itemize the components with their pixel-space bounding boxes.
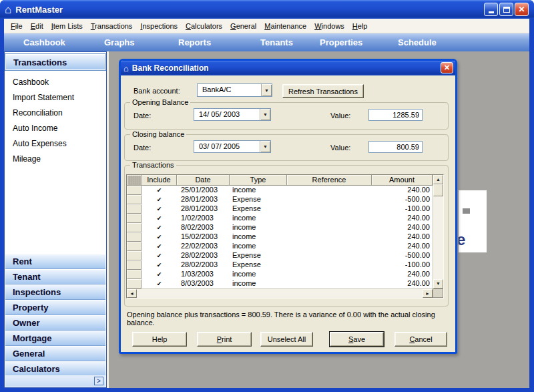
sidebar-section-rent[interactable]: Rent bbox=[5, 254, 105, 269]
table-row[interactable]: ✔28/02/2003Expense-100.00 bbox=[127, 260, 433, 270]
sidebar-item-import-statement[interactable]: Import Statement bbox=[5, 90, 105, 106]
menu-item-help[interactable]: Help bbox=[348, 22, 372, 30]
column-header-include[interactable]: Include bbox=[142, 175, 177, 186]
sidebar-section-tenant[interactable]: Tenant bbox=[5, 269, 105, 284]
vertical-scrollbar-track[interactable] bbox=[433, 196, 443, 279]
menu-item-file[interactable]: File bbox=[7, 22, 27, 30]
table-row[interactable]: ✔28/01/2003Expense-500.00 bbox=[127, 195, 433, 204]
sidebar-section-mortgage[interactable]: Mortgage bbox=[5, 331, 105, 346]
include-checkbox check-icon[interactable]: ✔ bbox=[142, 204, 177, 214]
row-selector[interactable] bbox=[127, 223, 142, 232]
row-selector[interactable] bbox=[127, 270, 142, 279]
horizontal-scrollbar-track[interactable] bbox=[137, 289, 423, 298]
titlebar[interactable]: ⌂ RentMaster ✕ bbox=[0, 0, 534, 19]
scroll-left-icon[interactable]: ◄ bbox=[127, 289, 137, 298]
include-checkbox check-icon[interactable]: ✔ bbox=[142, 195, 177, 204]
column-header-type[interactable]: Type bbox=[230, 175, 287, 186]
sidebar-section-general[interactable]: General bbox=[5, 346, 105, 361]
row-selector[interactable] bbox=[127, 204, 142, 214]
sidebar-item-mileage[interactable]: Mileage bbox=[5, 152, 105, 167]
sidebar-section-owner[interactable]: Owner bbox=[5, 315, 105, 331]
table-row[interactable]: ✔28/01/2003Expense-100.00 bbox=[127, 204, 433, 214]
include-checkbox check-icon[interactable]: ✔ bbox=[142, 251, 177, 260]
row-selector[interactable] bbox=[127, 214, 142, 223]
closing-value-input[interactable] bbox=[368, 141, 423, 153]
sidebar-item-cashbook[interactable]: Cashbook bbox=[5, 75, 105, 90]
unselect-all-button[interactable]: Unselect All bbox=[260, 332, 313, 347]
scroll-up-icon[interactable]: ▲ bbox=[433, 175, 443, 184]
row-selector[interactable] bbox=[127, 186, 142, 195]
row-selector[interactable] bbox=[127, 279, 142, 288]
include-checkbox check-icon[interactable]: ✔ bbox=[142, 242, 177, 251]
sidebar-item-auto-income[interactable]: Auto Income bbox=[5, 121, 105, 136]
include-checkbox check-icon[interactable]: ✔ bbox=[142, 186, 177, 195]
minimize-button[interactable] bbox=[484, 3, 498, 16]
row-selector[interactable] bbox=[127, 260, 142, 270]
sidebar-item-auto-expenses[interactable]: Auto Expenses bbox=[5, 136, 105, 152]
menu-item-windows[interactable]: Windows bbox=[310, 22, 348, 30]
menu-item-calculators[interactable]: Calculators bbox=[182, 22, 226, 30]
sidebar-section-inspections[interactable]: Inspections bbox=[5, 284, 105, 300]
table-row[interactable]: ✔8/03/2003income240.00 bbox=[127, 279, 433, 288]
table-row[interactable]: ✔28/02/2003Expense-500.00 bbox=[127, 251, 433, 260]
menu-item-maintenance[interactable]: Maintenance bbox=[260, 22, 310, 30]
row-selector[interactable] bbox=[127, 195, 142, 204]
row-selector[interactable] bbox=[127, 232, 142, 242]
menu-item-edit[interactable]: Edit bbox=[27, 22, 47, 30]
dialog-close-button[interactable]: ✕ bbox=[441, 62, 453, 73]
sidebar-item-reconciliation[interactable]: Reconciliation bbox=[5, 106, 105, 121]
cancel-button[interactable]: Cancel bbox=[394, 332, 447, 347]
include-checkbox check-icon[interactable]: ✔ bbox=[142, 279, 177, 288]
toolbar-item-graphs[interactable]: Graphs bbox=[104, 37, 135, 47]
menu-item-transactions[interactable]: Transactions bbox=[87, 22, 137, 30]
include-checkbox check-icon[interactable]: ✔ bbox=[142, 214, 177, 223]
table-row[interactable]: ✔8/02/2003income240.00 bbox=[127, 223, 433, 232]
vertical-scrollbar-thumb[interactable] bbox=[433, 184, 443, 196]
dialog-titlebar[interactable]: ⌂ Bank Reconciliation ✕ bbox=[121, 61, 455, 75]
chevron-down-icon[interactable]: ▼ bbox=[261, 84, 272, 96]
menu-item-general[interactable]: General bbox=[226, 22, 260, 30]
include-checkbox check-icon[interactable]: ✔ bbox=[142, 270, 177, 279]
include-checkbox check-icon[interactable]: ✔ bbox=[142, 232, 177, 242]
table-row[interactable]: ✔1/03/2003income240.00 bbox=[127, 270, 433, 279]
horizontal-scrollbar[interactable]: ◄ ► bbox=[127, 288, 433, 298]
include-checkbox check-icon[interactable]: ✔ bbox=[142, 260, 177, 270]
column-header-date[interactable]: Date bbox=[177, 175, 230, 186]
table-row[interactable]: ✔1/02/2003income240.00 bbox=[127, 214, 433, 223]
help-button[interactable]: Help bbox=[132, 332, 187, 347]
bank-account-select[interactable]: BankA/C ▼ bbox=[197, 83, 272, 97]
row-selector-header[interactable] bbox=[127, 175, 142, 186]
closing-date-select[interactable]: 03/ 07/ 2005 ▼ bbox=[194, 140, 271, 153]
row-selector[interactable] bbox=[127, 251, 142, 260]
background-window[interactable]: e bbox=[459, 190, 487, 252]
vertical-scrollbar[interactable]: ▲ ▼ bbox=[433, 175, 443, 288]
maximize-button[interactable] bbox=[499, 3, 513, 16]
toolbar-item-tenants[interactable]: Tenants bbox=[260, 37, 293, 47]
toolbar-item-schedule[interactable]: Schedule bbox=[398, 37, 437, 47]
table-row[interactable]: ✔15/02/2003income240.00 bbox=[127, 232, 433, 242]
sidebar-expand-button[interactable]: > bbox=[94, 377, 103, 385]
chevron-down-icon[interactable]: ▼ bbox=[260, 109, 270, 120]
toolbar-item-properties[interactable]: Properties bbox=[320, 37, 362, 47]
table-row[interactable]: ✔22/02/2003income240.00 bbox=[127, 242, 433, 251]
refresh-transactions-button[interactable]: Refresh Transactions bbox=[282, 84, 364, 98]
sidebar-header-transactions[interactable]: Transactions bbox=[5, 54, 105, 70]
save-button[interactable]: Save bbox=[330, 332, 384, 347]
opening-date-select[interactable]: 14/ 05/ 2003 ▼ bbox=[194, 108, 271, 121]
opening-value-input[interactable] bbox=[368, 109, 423, 121]
sidebar-section-calculators[interactable]: Calculators bbox=[5, 361, 105, 377]
toolbar-item-reports[interactable]: Reports bbox=[178, 37, 211, 47]
sidebar-section-property[interactable]: Property bbox=[5, 300, 105, 315]
menu-item-inspections[interactable]: Inspections bbox=[136, 22, 182, 30]
menu-item-item-lists[interactable]: Item Lists bbox=[47, 22, 87, 30]
scroll-right-icon[interactable]: ► bbox=[423, 289, 433, 298]
table-row[interactable]: ✔25/01/2003income240.00 bbox=[127, 186, 433, 195]
chevron-down-icon[interactable]: ▼ bbox=[260, 141, 270, 152]
print-button[interactable]: Print bbox=[197, 332, 252, 347]
include-checkbox check-icon[interactable]: ✔ bbox=[142, 223, 177, 232]
column-header-reference[interactable]: Reference bbox=[287, 175, 372, 186]
row-selector[interactable] bbox=[127, 242, 142, 251]
close-button[interactable]: ✕ bbox=[515, 3, 529, 16]
scroll-down-icon[interactable]: ▼ bbox=[433, 279, 443, 288]
column-header-amount[interactable]: Amount bbox=[372, 175, 433, 186]
